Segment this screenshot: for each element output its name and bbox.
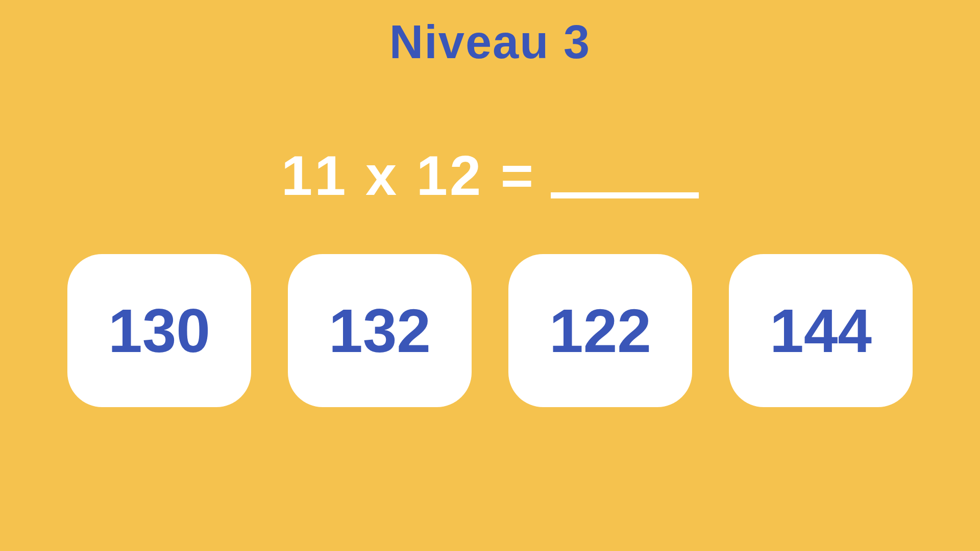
option-button-1[interactable]: 130 bbox=[67, 254, 251, 407]
level-title: Niveau 3 bbox=[389, 15, 591, 69]
options-container: 130 132 122 144 bbox=[67, 254, 913, 407]
question-expression: 11 x 12 = bbox=[281, 143, 535, 208]
question-container: 11 x 12 = bbox=[281, 143, 699, 208]
option-button-3[interactable]: 122 bbox=[508, 254, 692, 407]
option-button-2[interactable]: 132 bbox=[288, 254, 472, 407]
answer-blank bbox=[551, 192, 699, 198]
option-button-4[interactable]: 144 bbox=[729, 254, 913, 407]
